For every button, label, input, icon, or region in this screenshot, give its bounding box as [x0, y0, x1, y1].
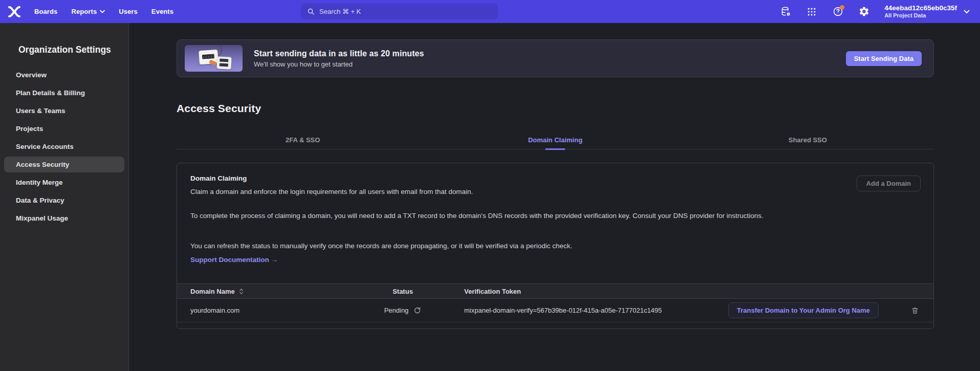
tab-label: Domain Claiming — [528, 136, 582, 144]
sidebar-item-plan-details-billing[interactable]: Plan Details & Billing — [4, 85, 124, 101]
header-label: Status — [393, 288, 413, 295]
sidebar-item-overview[interactable]: Overview — [4, 67, 124, 83]
domains-table: Domain Name Status Verification Token — [177, 283, 933, 322]
sidebar-item-label: Data & Privacy — [16, 197, 64, 204]
sidebar-item-mixpanel-usage[interactable]: Mixpanel Usage — [4, 210, 124, 226]
search-placeholder: Search ⌘ + K — [319, 8, 361, 15]
delete-domain-button[interactable] — [911, 306, 919, 315]
cell-actions: Transfer Domain to Your Admin Org Name — [728, 302, 933, 318]
trash-icon — [911, 306, 919, 315]
sidebar-item-label: Users & Teams — [16, 107, 66, 115]
header-label: Domain Name — [190, 288, 235, 295]
domain-claiming-panel: Domain Claiming Add a Domain Claim a dom… — [177, 163, 934, 329]
sidebar-item-label: Projects — [16, 125, 43, 133]
header-status: Status — [364, 288, 441, 295]
tab-label: 2FA & SSO — [286, 136, 320, 144]
nav-item-reports[interactable]: Reports — [71, 8, 105, 15]
support-documentation-link[interactable]: Support Documentation → — [190, 256, 278, 264]
nav-item-label: Events — [151, 8, 173, 15]
nav-item-users[interactable]: Users — [119, 8, 138, 15]
help-icon[interactable] — [832, 6, 843, 17]
table-header-row: Domain Name Status Verification Token — [177, 283, 933, 299]
sidebar-menu: Overview Plan Details & Billing Users & … — [0, 67, 128, 226]
nav-right-group: 44eebad12c65eb0c35f All Project Data — [780, 4, 980, 19]
banner-subtitle: We'll show you how to get started — [254, 60, 424, 68]
active-tab-indicator — [545, 148, 565, 150]
domain-name-value: yourdomain.com — [190, 307, 239, 314]
notification-badge — [840, 5, 844, 10]
header-label: Verification Token — [464, 288, 521, 295]
sidebar-item-label: Access Security — [16, 161, 69, 168]
chevron-down-icon — [100, 10, 105, 13]
project-info: 44eebad12c65eb0c35f All Project Data — [884, 4, 957, 19]
tab-shared-sso[interactable]: Shared SSO — [682, 130, 934, 149]
nav-item-label: Reports — [71, 8, 97, 15]
panel-description-2: To complete the process of claiming a do… — [190, 210, 764, 222]
sidebar-item-projects[interactable]: Projects — [4, 121, 124, 137]
sidebar-item-access-security[interactable]: Access Security — [4, 157, 124, 172]
panel-title: Domain Claiming — [190, 174, 247, 182]
project-switcher[interactable]: 44eebad12c65eb0c35f All Project Data — [884, 4, 970, 19]
start-sending-data-button[interactable]: Start Sending Data — [846, 51, 922, 66]
sidebar-item-label: Identity Merge — [16, 179, 63, 186]
sidebar-item-label: Overview — [16, 71, 47, 79]
sidebar-item-service-accounts[interactable]: Service Accounts — [4, 139, 124, 155]
project-scope: All Project Data — [884, 12, 957, 19]
cell-domain-name: yourdomain.com — [177, 307, 364, 314]
refresh-icon[interactable] — [413, 307, 421, 314]
sidebar-item-label: Plan Details & Billing — [16, 89, 85, 97]
onboarding-banner: Start sending data in as little as 20 mi… — [177, 39, 934, 77]
domain-table-row: yourdomain.com Pending mixpanel-domain-v… — [177, 299, 933, 322]
sort-icon — [239, 288, 244, 295]
mixpanel-org-settings-page: Boards Reports Users Events Search ⌘ + K — [0, 0, 980, 371]
page-title: Access Security — [177, 102, 934, 115]
main-content: Start sending data in as little as 20 mi… — [129, 23, 980, 371]
tab-2fa-sso[interactable]: 2FA & SSO — [177, 130, 429, 149]
cell-verification-token: mixpanel-domain-verify=567b39be-012f-415… — [441, 307, 728, 314]
chevron-down-icon — [964, 10, 970, 14]
sidebar-title: Organization Settings — [18, 45, 128, 55]
header-domain-name[interactable]: Domain Name — [177, 288, 364, 295]
add-domain-button[interactable]: Add a Domain — [857, 176, 921, 191]
gear-icon[interactable] — [858, 6, 869, 17]
nav-menu: Boards Reports Users Events — [34, 8, 173, 15]
banner-illustration — [185, 45, 243, 72]
nav-item-label: Boards — [34, 8, 57, 15]
search-input[interactable]: Search ⌘ + K — [301, 4, 498, 19]
status-badge: Pending — [384, 307, 409, 314]
nav-item-events[interactable]: Events — [151, 8, 173, 15]
banner-title: Start sending data in as little as 20 mi… — [254, 49, 424, 58]
access-security-tabs: 2FA & SSO Domain Claiming Shared SSO — [177, 130, 934, 149]
tab-domain-claiming[interactable]: Domain Claiming — [429, 130, 681, 149]
nav-left-group: Boards Reports Users Events — [7, 5, 173, 18]
mixpanel-logo-icon[interactable] — [7, 5, 21, 18]
apps-grid-icon[interactable] — [806, 6, 817, 17]
sidebar-item-data-privacy[interactable]: Data & Privacy — [4, 192, 124, 208]
sidebar-item-identity-merge[interactable]: Identity Merge — [4, 174, 124, 190]
cell-status: Pending — [364, 307, 441, 314]
data-settings-icon[interactable] — [780, 6, 791, 17]
sidebar-item-label: Mixpanel Usage — [16, 214, 68, 222]
org-settings-sidebar: Organization Settings Overview Plan Deta… — [0, 23, 129, 371]
top-navigation-bar: Boards Reports Users Events Search ⌘ + K — [0, 0, 980, 23]
panel-description-1: Claim a domain and enforce the login req… — [190, 186, 473, 198]
banner-text: Start sending data in as little as 20 mi… — [254, 49, 424, 68]
nav-item-label: Users — [119, 8, 138, 15]
sidebar-item-users-teams[interactable]: Users & Teams — [4, 103, 124, 119]
panel-description-3: You can refresh the status to manually v… — [190, 241, 572, 252]
header-verification-token: Verification Token — [441, 288, 728, 295]
sidebar-item-label: Service Accounts — [16, 143, 74, 150]
org-id: 44eebad12c65eb0c35f — [884, 4, 957, 12]
tab-label: Shared SSO — [789, 136, 827, 144]
nav-item-boards[interactable]: Boards — [34, 8, 57, 15]
verification-token-value: mixpanel-domain-verify=567b39be-012f-415… — [464, 307, 662, 314]
search-icon — [307, 8, 315, 15]
transfer-domain-button[interactable]: Transfer Domain to Your Admin Org Name — [728, 302, 879, 318]
